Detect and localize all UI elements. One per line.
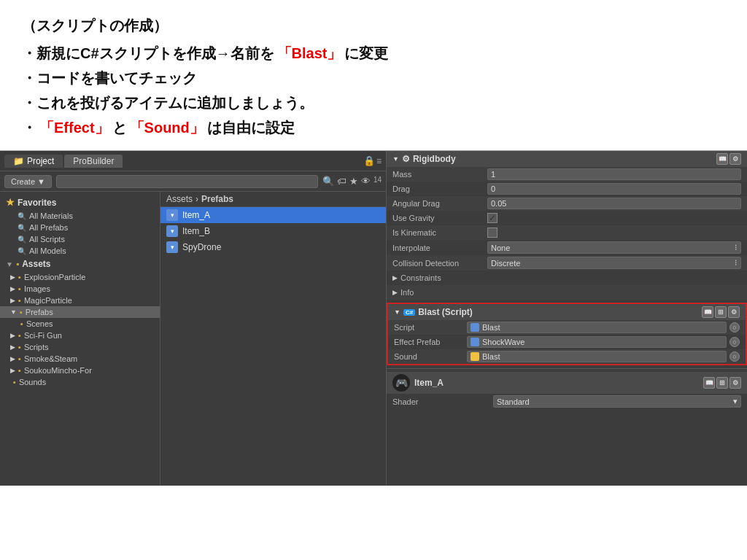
sidebar-item-all-materials[interactable]: 🔍 All Materials bbox=[0, 210, 160, 222]
tab-bar: 📁 Project ProBuilder 🔒 ≡ bbox=[0, 151, 386, 171]
item-avatar: 🎮 bbox=[392, 374, 410, 392]
search-input[interactable] bbox=[56, 175, 318, 188]
effect-prefab-value[interactable]: ShockWave bbox=[467, 336, 727, 348]
project-toolbar: Create ▼ 🔍 🏷 ★ 👁 14 bbox=[0, 171, 386, 192]
item-b-icon: ▾ bbox=[166, 225, 178, 237]
is-kinematic-row: Is Kinematic bbox=[387, 225, 747, 240]
use-gravity-checkbox[interactable]: ✓ bbox=[487, 213, 498, 223]
tab-project[interactable]: 📁 Project bbox=[4, 155, 63, 168]
sidebar-item-scripts[interactable]: ▶ ▪ Scripts bbox=[0, 341, 160, 353]
drag-row: Drag 0 bbox=[387, 182, 747, 196]
use-gravity-label: Use Gravity bbox=[392, 214, 487, 222]
mass-row: Mass 1 bbox=[387, 167, 747, 182]
rigidbody-header[interactable]: ▼ ⚙ Rigidbody 📖 ⚙ bbox=[387, 151, 747, 167]
folder-icon: 📁 bbox=[13, 156, 24, 166]
shader-row: Shader Standard ▾ bbox=[387, 394, 747, 409]
eye-icon[interactable]: 👁 bbox=[361, 176, 371, 187]
shader-dropdown[interactable]: Standard ▾ bbox=[493, 395, 741, 408]
bullet-4: ・ 「Effect」 と 「Sound」 は自由に設定 bbox=[22, 115, 725, 140]
script-circle-btn[interactable]: ○ bbox=[729, 322, 740, 332]
search-icon-sm2: 🔍 bbox=[18, 224, 26, 232]
blast-grid-icon[interactable]: ⊞ bbox=[715, 306, 727, 318]
sidebar-item-images[interactable]: ▶ ▪ Images bbox=[0, 283, 160, 295]
script-value[interactable]: Blast bbox=[467, 322, 727, 333]
file-item-item-b[interactable]: ▾ Item_B bbox=[160, 223, 386, 239]
interpolate-dropdown[interactable]: None ⁝ bbox=[487, 241, 741, 254]
sidebar-item-scifi[interactable]: ▶ ▪ Sci-Fi Gun bbox=[0, 330, 160, 341]
is-kinematic-label: Is Kinematic bbox=[392, 228, 487, 237]
sidebar-item-all-prefabs[interactable]: 🔍 All Prefabs bbox=[0, 222, 160, 233]
mass-value[interactable]: 1 bbox=[487, 168, 741, 180]
create-button[interactable]: Create ▼ bbox=[4, 175, 52, 188]
bullet-2: ・コードを書いてチェック bbox=[22, 66, 725, 90]
sound-label: Sound bbox=[394, 352, 467, 361]
search-icon[interactable]: 🔍 bbox=[322, 176, 334, 187]
sidebar-item-all-scripts[interactable]: 🔍 All Scripts bbox=[0, 233, 160, 245]
effect-prefab-row: Effect Prefab ShockWave ○ bbox=[388, 335, 746, 349]
sidebar-item-sounds[interactable]: ▪ Sounds bbox=[0, 376, 160, 388]
effect-prefab-icon bbox=[471, 338, 479, 346]
folder-magic-icon: ▪ bbox=[18, 296, 21, 305]
search-icon-sm4: 🔍 bbox=[18, 247, 26, 255]
file-item-spydrone[interactable]: ▾ SpyDrone bbox=[160, 239, 386, 255]
star-filter-icon[interactable]: ★ bbox=[349, 176, 358, 187]
sidebar-item-smoke[interactable]: ▶ ▪ Smoke&Steam bbox=[0, 353, 160, 365]
sidebar-item-prefabs[interactable]: ▼ ▪ Prefabs bbox=[0, 306, 160, 318]
blast-section-header[interactable]: ▼ C# Blast (Script) 📖 ⊞ ⚙ bbox=[388, 304, 746, 320]
mass-label: Mass bbox=[392, 170, 487, 179]
tag-icon[interactable]: 🏷 bbox=[337, 176, 347, 187]
rigidbody-label: Rigidbody bbox=[413, 154, 456, 164]
angular-drag-value[interactable]: 0.05 bbox=[487, 198, 741, 209]
cs-badge: C# bbox=[403, 309, 415, 316]
bullet-1: ・新規にC#スクリプトを作成→名前を 「Blast」 に変更 bbox=[22, 41, 725, 66]
angular-drag-label: Angular Drag bbox=[392, 199, 487, 208]
constraints-row[interactable]: ▶ Constraints bbox=[387, 271, 747, 285]
script-label: Script bbox=[394, 323, 467, 332]
rigidbody-settings-icon[interactable]: ⚙ bbox=[729, 153, 741, 165]
folder-scifi-icon: ▪ bbox=[18, 331, 21, 340]
item-gear-icon[interactable]: ⚙ bbox=[729, 377, 741, 389]
lock-icon[interactable]: 🔒 bbox=[363, 155, 375, 166]
sound-circle-btn[interactable]: ○ bbox=[729, 351, 740, 362]
drag-value[interactable]: 0 bbox=[487, 183, 741, 195]
prefabs-breadcrumb: Prefabs bbox=[201, 194, 233, 204]
sidebar-item-soukouMincho[interactable]: ▶ ▪ SoukouMincho-For bbox=[0, 365, 160, 376]
sidebar-item-magic[interactable]: ▶ ▪ MagicParticle bbox=[0, 295, 160, 306]
sound-value[interactable]: Blast bbox=[467, 351, 727, 362]
sidebar-item-scenes[interactable]: ▪ Scenes bbox=[0, 318, 160, 330]
folder-sounds-icon: ▪ bbox=[13, 378, 16, 386]
blast-triangle: ▼ bbox=[394, 308, 400, 316]
item-section-header[interactable]: 🎮 Item_A 📖 ⊞ ⚙ bbox=[387, 372, 747, 394]
collision-detection-label: Collision Detection bbox=[392, 259, 487, 268]
folder-smoke-icon: ▪ bbox=[18, 354, 21, 363]
spydrone-icon: ▾ bbox=[166, 241, 178, 253]
count-label: 14 bbox=[374, 176, 382, 187]
file-item-item-a[interactable]: ▾ Item_A bbox=[160, 207, 386, 223]
rigidbody-icon-buttons: 📖 ⚙ bbox=[716, 153, 741, 165]
item-grid-icon[interactable]: ⊞ bbox=[716, 377, 728, 389]
project-body: ★ Favorites 🔍 All Materials 🔍 All Prefab… bbox=[0, 192, 386, 486]
info-row[interactable]: ▶ Info bbox=[387, 285, 747, 300]
effect-prefab-circle-btn[interactable]: ○ bbox=[729, 337, 740, 347]
item-book-icon[interactable]: 📖 bbox=[703, 377, 715, 389]
drag-label: Drag bbox=[392, 184, 487, 193]
blast-book-icon[interactable]: 📖 bbox=[702, 306, 713, 318]
sound-row: Sound Blast ○ bbox=[388, 349, 746, 364]
breadcrumb: Assets › Prefabs bbox=[160, 192, 386, 207]
folder-images-icon: ▪ bbox=[18, 284, 21, 293]
paren-line: （スクリプトの作成） bbox=[22, 13, 725, 38]
collision-detection-dropdown[interactable]: Discrete ⁝ bbox=[487, 257, 741, 269]
item-a-name: Item_A bbox=[414, 378, 444, 388]
is-kinematic-checkbox[interactable] bbox=[487, 228, 498, 238]
tab-probuilder[interactable]: ProBuilder bbox=[64, 155, 123, 168]
project-panel: 📁 Project ProBuilder 🔒 ≡ Create ▼ 🔍 🏷 ★ … bbox=[0, 151, 387, 486]
tab-menu-icon[interactable]: ≡ bbox=[376, 156, 382, 166]
favorites-star-icon: ★ bbox=[6, 197, 15, 208]
folder-scenes-icon: ▪ bbox=[20, 319, 23, 328]
sidebar-item-all-models[interactable]: 🔍 All Models bbox=[0, 245, 160, 257]
sidebar-item-explosion[interactable]: ▶ ▪ ExplosionParticle bbox=[0, 271, 160, 283]
blast-gear-icon[interactable]: ⚙ bbox=[728, 306, 740, 318]
rigidbody-book-icon[interactable]: 📖 bbox=[716, 153, 728, 165]
search-icon-sm: 🔍 bbox=[18, 212, 26, 220]
blast-script-section: ▼ C# Blast (Script) 📖 ⊞ ⚙ Script Blast ○ bbox=[387, 303, 747, 365]
